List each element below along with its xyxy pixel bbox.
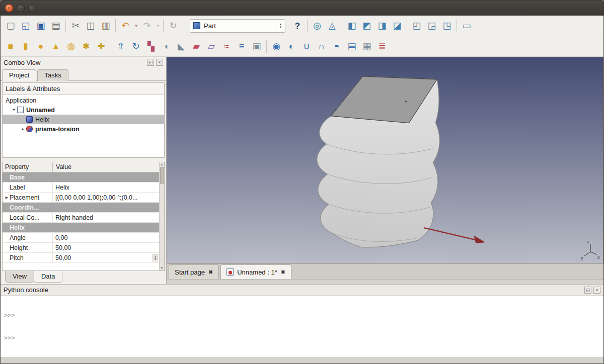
property-expander-icon[interactable]: ▶: [4, 196, 10, 200]
bottom-view-button[interactable]: ◰: [409, 18, 424, 33]
workbench-selector[interactable]: Part ▴ ▾: [190, 19, 285, 33]
value-spinner[interactable]: ▴ ▾: [153, 254, 158, 261]
sphere-button[interactable]: ●: [33, 39, 48, 54]
axonometric-view-button[interactable]: ◬: [325, 18, 340, 33]
spin-down-icon[interactable]: ▾: [280, 26, 282, 29]
property-group-helix[interactable]: Helix: [3, 223, 159, 233]
undo-button[interactable]: ↶: [118, 18, 133, 33]
defeaturing-button[interactable]: ≣: [374, 39, 390, 54]
python-console-output[interactable]: >>> >>> >>> >>>#Formula: P = 360 * H / a…: [1, 295, 603, 357]
left-view-button[interactable]: ◲: [424, 18, 439, 33]
tab-data[interactable]: Data: [34, 271, 62, 283]
cross-sections-button[interactable]: ▤: [344, 39, 359, 54]
open-button[interactable]: ◱: [18, 18, 33, 33]
property-group-base[interactable]: Base: [3, 172, 159, 183]
property-value-cell[interactable]: 0,00: [53, 233, 159, 242]
undo-menu-button[interactable]: ▾: [133, 18, 139, 33]
thickness-button[interactable]: ▣: [249, 39, 264, 54]
cylinder-button[interactable]: ▮: [18, 39, 33, 54]
extrude-button[interactable]: ⇧: [113, 39, 128, 54]
viewport-3d[interactable]: z y x: [167, 57, 603, 263]
property-group-coordinate[interactable]: Coordin...: [3, 203, 159, 213]
union-button[interactable]: ∪: [299, 39, 314, 54]
maximize-window-button[interactable]: ◻: [28, 4, 36, 12]
tab-project[interactable]: Project: [2, 69, 36, 81]
create-primitives-button[interactable]: ✱: [79, 39, 94, 54]
cut-boolean-button[interactable]: ◐: [284, 39, 299, 54]
tab-unnamed-document[interactable]: Unnamed : 1* ✖: [220, 264, 291, 279]
offset-button[interactable]: ≡: [234, 39, 249, 54]
measure-button[interactable]: ▭: [459, 18, 474, 33]
float-panel-button[interactable]: ◱: [147, 59, 154, 66]
intersection-button[interactable]: ∩: [314, 39, 329, 54]
cone-button[interactable]: ▲: [48, 39, 63, 54]
print-button[interactable]: ▤: [48, 18, 63, 33]
property-row-label[interactable]: Label Helix: [3, 183, 159, 193]
tab-view[interactable]: View: [5, 271, 34, 283]
property-row-local-coordinate[interactable]: Local Co... Right-handed: [3, 213, 159, 223]
redo-menu-button[interactable]: ▾: [155, 18, 161, 33]
rear-view-button[interactable]: ◪: [390, 18, 405, 33]
property-row-angle[interactable]: Angle 0,00: [3, 233, 159, 243]
ruled-surface-button[interactable]: ▰: [189, 39, 204, 54]
scroll-down-icon[interactable]: ▼: [161, 265, 164, 270]
boolean-button[interactable]: ◉: [269, 39, 284, 54]
tree-item-helix[interactable]: Helix: [3, 115, 164, 124]
close-panel-button[interactable]: ×: [593, 287, 600, 294]
scroll-up-icon[interactable]: ▲: [161, 162, 164, 167]
whatsthis-button[interactable]: ?: [290, 18, 305, 33]
model-tree[interactable]: Application ▾ Unnamed: [3, 95, 164, 157]
property-value-cell[interactable]: Helix: [53, 183, 159, 192]
scrollbar-thumb[interactable]: [160, 167, 164, 184]
chamfer-button[interactable]: ◣: [174, 39, 189, 54]
revolve-button[interactable]: ↻: [128, 39, 143, 54]
fit-all-button[interactable]: ◎: [310, 18, 325, 33]
box-button[interactable]: ■: [3, 39, 18, 54]
titlebar[interactable]: × − ◻: [1, 1, 603, 16]
redo-button[interactable]: ↷: [139, 18, 155, 33]
expander-icon[interactable]: ▾: [11, 108, 17, 112]
minimize-window-button[interactable]: −: [17, 4, 25, 12]
tree-item-prisma-torsion[interactable]: ▸ prisma-torsion: [3, 124, 164, 134]
sweep-button[interactable]: ≈: [219, 39, 234, 54]
close-window-button[interactable]: ×: [5, 4, 13, 12]
property-row-placement[interactable]: ▶ Placement [(0,00 0,00 1,00);0,00 °;(0,…: [3, 193, 159, 203]
cut-button[interactable]: ✂: [68, 18, 83, 33]
property-label: Placement: [10, 194, 39, 201]
tree-item-unnamed[interactable]: ▾ Unnamed: [3, 105, 164, 115]
tab-close-icon[interactable]: ✖: [281, 269, 285, 276]
front-view-button[interactable]: ◧: [344, 18, 359, 33]
torus-button[interactable]: ◍: [63, 39, 79, 54]
compound-button[interactable]: ▦: [359, 39, 374, 54]
mirror-button[interactable]: ▚: [143, 39, 159, 54]
tab-start-page[interactable]: Start page ✖: [169, 264, 219, 279]
property-value-cell[interactable]: Right-handed: [53, 213, 159, 222]
copy-button[interactable]: ◫: [83, 18, 98, 33]
tab-close-icon[interactable]: ✖: [208, 269, 213, 276]
close-panel-button[interactable]: ×: [156, 59, 163, 66]
section-button[interactable]: ◓: [329, 39, 344, 54]
right-view-button[interactable]: ◨: [374, 18, 390, 33]
property-value-cell[interactable]: 50,00 ▴ ▾: [53, 253, 159, 262]
tree-item-application[interactable]: Application: [3, 96, 164, 105]
property-scrollbar[interactable]: ▲ ▼: [159, 162, 164, 270]
refresh-button[interactable]: ↻: [166, 18, 181, 33]
toolbar-separator: [342, 19, 342, 32]
property-row-pitch[interactable]: Pitch 50,00 ▴ ▾: [3, 253, 159, 263]
isometric-view-button[interactable]: ◳: [439, 18, 455, 33]
workbench-selector-arrows[interactable]: ▴ ▾: [276, 20, 285, 32]
property-value-cell[interactable]: 50,00: [53, 243, 159, 252]
tab-tasks[interactable]: Tasks: [37, 69, 68, 81]
property-value-cell[interactable]: [(0,00 0,00 1,00);0,00 °;(0,0...: [53, 193, 159, 202]
loft-button[interactable]: ▱: [204, 39, 219, 54]
viewport-canvas[interactable]: z y x: [167, 57, 603, 263]
save-button[interactable]: ▣: [33, 18, 48, 33]
paste-button[interactable]: ▥: [98, 18, 113, 33]
expander-icon[interactable]: ▸: [20, 127, 26, 131]
top-view-button[interactable]: ◩: [359, 18, 374, 33]
property-row-height[interactable]: Height 50,00: [3, 243, 159, 253]
new-document-button[interactable]: ▢: [3, 18, 18, 33]
fillet-button[interactable]: ◖: [159, 39, 174, 54]
shape-builder-button[interactable]: ✚: [94, 39, 109, 54]
float-panel-button[interactable]: ◱: [584, 287, 591, 294]
